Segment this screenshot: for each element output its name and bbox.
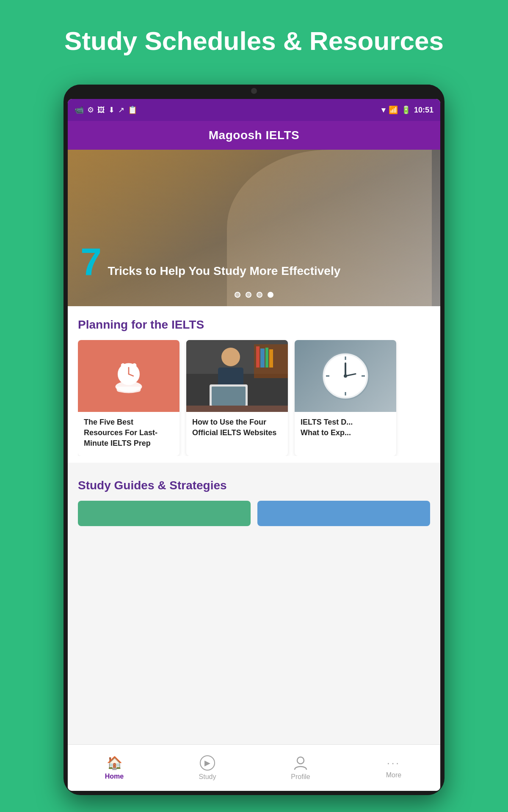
card-1-text: The Five Best Resources For Last-Minute … [78,412,179,456]
svg-point-14 [221,348,240,366]
card-3-text: IELTS Test D...What to Exp... [295,412,396,445]
status-bar: 📹 ⚙ 🖼 ⬇ ↗ 📋 ▾ 📶 🔋 10:51 [68,99,440,121]
nav-home-label: Home [105,773,124,780]
section-study-guides-title: Study Guides & Strategies [78,479,430,492]
study-guide-card-blue[interactable] [257,501,430,526]
clipboard-icon: 📋 [128,105,137,115]
card-last-minute[interactable]: The Five Best Resources For Last-Minute … [78,340,179,456]
card-2-text: How to Use the Four Official IELTS Websi… [186,412,288,445]
svg-point-29 [297,757,304,764]
svg-point-5 [121,363,125,367]
camera-dot [251,88,257,94]
settings-icon: ⚙ [87,105,94,115]
nav-item-study[interactable]: ▶ Study [161,755,254,781]
content-area: Planning for the IELTS [68,306,440,744]
status-icons-right: ▾ 📶 🔋 10:51 [381,105,433,115]
svg-point-6 [133,363,136,367]
dot-3[interactable] [257,292,262,298]
nav-profile-label: Profile [291,773,310,781]
dot-4[interactable] [268,292,273,298]
signal-icon: 📶 [389,105,398,115]
nav-study-label: Study [199,773,216,781]
hero-number: 7 [80,241,102,283]
study-guides-cards-preview [78,501,430,526]
wifi-icon: ▾ [381,105,385,115]
analog-clock-icon [320,351,371,401]
clock-time: 10:51 [414,106,433,115]
tablet-device: 📹 ⚙ 🖼 ⬇ ↗ 📋 ▾ 📶 🔋 10:51 [64,85,444,795]
dot-2[interactable] [246,292,251,298]
cards-row-planning: The Five Best Resources For Last-Minute … [78,340,430,456]
study-play-icon: ▶ [200,755,215,771]
section-study-guides: Study Guides & Strategies [68,467,440,533]
card-2-title: How to Use the Four Official IELTS Websi… [192,417,282,438]
home-icon: 🏠 [107,755,122,770]
alarm-clock-icon [110,357,148,395]
screen: 📹 ⚙ 🖼 ⬇ ↗ 📋 ▾ 📶 🔋 10:51 [68,99,440,791]
nav-item-profile[interactable]: Profile [254,755,347,781]
card-1-title: The Five Best Resources For Last-Minute … [84,417,174,449]
hero-banner[interactable]: 7 Tricks to Help You Study More Effectiv… [68,150,440,306]
section-planning: Planning for the IELTS [68,306,440,463]
dot-1[interactable] [235,292,240,298]
card-official-websites[interactable]: How to Use the Four Official IELTS Websi… [186,340,288,456]
battery-icon: 🔋 [401,105,411,115]
nav-more-label: More [386,771,401,779]
svg-point-28 [344,374,347,378]
more-dots-icon: ··· [387,757,400,769]
svg-rect-12 [265,348,268,368]
card-1-image [78,340,179,412]
video-icon: 📹 [75,105,84,115]
download-icon: ⬇ [108,105,115,115]
app-title: Magoosh IELTS [209,129,299,142]
status-icons-left: 📹 ⚙ 🖼 ⬇ ↗ 📋 [75,105,137,115]
svg-rect-13 [269,349,273,368]
card-ielts-test[interactable]: IELTS Test D...What to Exp... [295,340,396,456]
image-icon: 🖼 [97,106,105,115]
section-planning-title: Planning for the IELTS [78,318,430,332]
svg-rect-10 [256,346,260,368]
card-2-image [186,340,288,412]
bottom-nav: 🏠 Home ▶ Study Profile [68,744,440,791]
svg-rect-18 [212,387,246,406]
card-3-title: IELTS Test D...What to Exp... [301,417,390,438]
svg-rect-19 [186,406,288,412]
share-icon: ↗ [118,105,124,115]
profile-icon [293,755,308,771]
hero-dots[interactable] [235,292,273,298]
card-3-image [295,340,396,412]
page-title: Study Schedules & Resources [0,0,508,74]
tablet-top-bezel [64,85,444,97]
nav-item-home[interactable]: 🏠 Home [68,755,161,780]
svg-rect-11 [260,348,265,368]
hero-subtitle: Tricks to Help You Study More Effectivel… [108,264,341,277]
hero-text: 7 Tricks to Help You Study More Effectiv… [80,243,428,281]
study-guide-card-green[interactable] [78,501,251,526]
nav-item-more[interactable]: ··· More [347,757,440,779]
hero-image-area [227,150,432,306]
person-laptop-icon [186,340,288,412]
app-header: Magoosh IELTS [68,121,440,150]
